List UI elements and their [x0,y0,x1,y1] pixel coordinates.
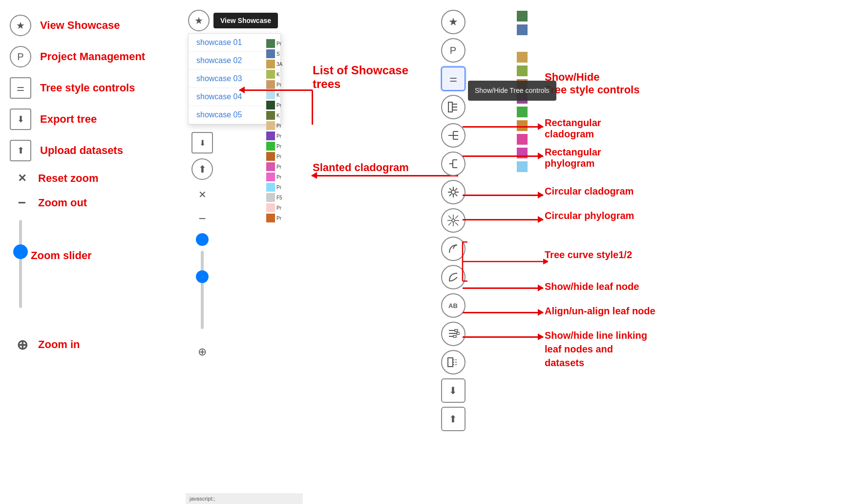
show-leaf-annotation: Show/hide leaf node [545,281,639,292]
tree-curve-annotation: Tree curve style1/2 [545,249,632,261]
right-show-line-icon[interactable] [441,350,466,374]
show-hide-title-annotation: Show/HideTree style controls [545,71,639,96]
circ-clado-arrow [463,195,543,196]
project-label: Project Management [40,50,145,63]
right-sidebar: ★ P ⚌ AB ⬇ ⬆ [437,10,469,431]
circ-clado-annotation: Circular cladogram [545,186,634,197]
svg-marker-41 [543,259,548,264]
project-icon[interactable]: P [10,46,31,67]
zoom-in-icon[interactable]: ⊕ [15,337,29,352]
swatch-1 [517,11,528,22]
mid-zoom-in-icon[interactable]: ⊕ [196,344,209,360]
right-circ-clado-icon[interactable] [441,180,466,204]
star-icon[interactable]: ★ [10,15,31,36]
tree-curve-brace [460,240,548,284]
svg-line-19 [455,194,457,196]
tooltip-text: Show/Hide Tree controls [475,87,550,94]
zoom-slider-thumb[interactable] [13,244,28,259]
reset-zoom-icon[interactable]: ✕ [15,171,29,186]
sidebar-item-upload[interactable]: ⬆ Upload datasets [0,135,181,166]
view-showcase-button[interactable]: View Showcase [213,13,278,28]
list-of-showcase-annotation: List of Showcasetrees [313,64,408,91]
svg-rect-36 [453,335,456,337]
right-show-leaf-icon[interactable]: AB [441,293,466,318]
svg-line-18 [449,188,451,190]
mid-zoom-out-icon[interactable]: − [196,209,208,228]
slanted-cladogram-annotation: Slanted cladogram [313,161,409,174]
swatch-2 [517,24,528,35]
align-leaf-annotation: Align/un-align leaf node [545,306,656,317]
mid-slider-thumb[interactable] [196,270,209,283]
tree-style-icon[interactable]: ⚌ [10,77,31,99]
svg-line-27 [448,216,451,219]
mid-reset-icon[interactable]: ✕ [194,185,211,204]
svg-rect-37 [448,358,453,367]
right-rect-clado-icon[interactable] [441,95,466,119]
zoom-out-icon[interactable]: − [15,196,29,210]
svg-point-22 [452,219,455,222]
sidebar-item-tree-style[interactable]: ⚌ Tree style controls [0,72,181,104]
mid-upload-icon[interactable]: ⬆ [191,158,213,180]
color-list: Pr S 3A K Pr K Pr K Pr Pr Pr Pr Pr Pr Pr… [266,39,282,222]
circ-phylo-annotation: Circular phylogram [545,210,634,221]
rect-phylo-arrow [463,155,543,157]
right-circ-phylo-icon[interactable] [441,208,466,233]
rect-clado-arrow [463,126,543,128]
zoom-slider-track[interactable] [19,220,22,308]
zoom-slider-label: Zoom slider [31,249,92,262]
svg-line-29 [448,222,451,225]
sidebar-item-zoom-in[interactable]: ⊕ Zoom in [0,332,181,357]
svg-line-30 [455,216,458,219]
right-star-icon[interactable]: ★ [441,10,466,34]
circ-phylo-arrow [463,219,543,220]
svg-rect-34 [455,329,458,331]
upload-label: Upload datasets [40,144,123,157]
swatch-3 [517,52,528,63]
export-icon[interactable]: ⬇ [10,109,31,130]
sidebar-item-export[interactable]: ⬇ Export tree [0,104,181,135]
zoom-out-label: Zoom out [38,197,87,209]
right-align-leaf-icon[interactable] [441,322,466,346]
right-project-icon[interactable]: P [441,38,466,63]
svg-line-20 [449,194,451,196]
rect-phylo-annotation: Rectangularphylogram [545,147,601,169]
rect-clado-annotation: Rectangularcladogram [545,117,601,140]
svg-line-21 [455,188,457,190]
tree-style-label: Tree style controls [40,82,135,94]
left-sidebar: ★ View Showcase P Project Management ⚌ T… [0,0,181,504]
swatch-8 [517,120,528,131]
swatch-7 [517,107,528,117]
swatch-11 [517,161,528,172]
swatch-9 [517,134,528,145]
list-arrow-vert [312,90,313,125]
mid-star-icon[interactable]: ★ [188,10,210,31]
reset-zoom-label: Reset zoom [38,172,98,185]
mid-sidebar-icons: ⬇ ⬆ ✕ − ⊕ [191,132,213,360]
show-leaf-arrow [463,287,543,289]
view-showcase-label: View Showcase [40,19,120,32]
show-line-annotation: Show/hide line linkingleaf nodes anddata… [545,329,647,370]
mid-export-icon[interactable]: ⬇ [191,132,213,153]
export-label: Export tree [40,113,97,126]
mid-slider-track[interactable] [201,251,204,329]
zoom-in-label: Zoom in [38,338,80,351]
right-upload-icon[interactable]: ⬆ [441,407,466,431]
upload-icon[interactable]: ⬆ [10,140,31,161]
tooltip-box: Show/Hide Tree controls [468,81,556,101]
svg-rect-35 [457,332,460,334]
swatch-4 [517,66,528,76]
right-tree-style-icon[interactable]: ⚌ [441,66,466,91]
list-arrow-horiz [239,89,313,91]
right-rect-phylo-icon[interactable] [441,123,466,148]
mid-zoom-thumb[interactable] [196,233,209,246]
sidebar-item-project[interactable]: P Project Management [0,41,181,72]
sidebar-item-reset-zoom[interactable]: ✕ Reset zoom [0,166,181,191]
svg-rect-0 [448,102,452,112]
slanted-arrow [312,175,458,176]
right-export-icon[interactable]: ⬇ [441,378,466,403]
right-slanted-icon[interactable] [441,152,466,176]
sidebar-item-zoom-out[interactable]: − Zoom out [0,191,181,215]
svg-point-13 [451,190,455,194]
sidebar-item-view-showcase[interactable]: ★ View Showcase [0,10,181,41]
status-bar: javascript:; [186,493,303,504]
